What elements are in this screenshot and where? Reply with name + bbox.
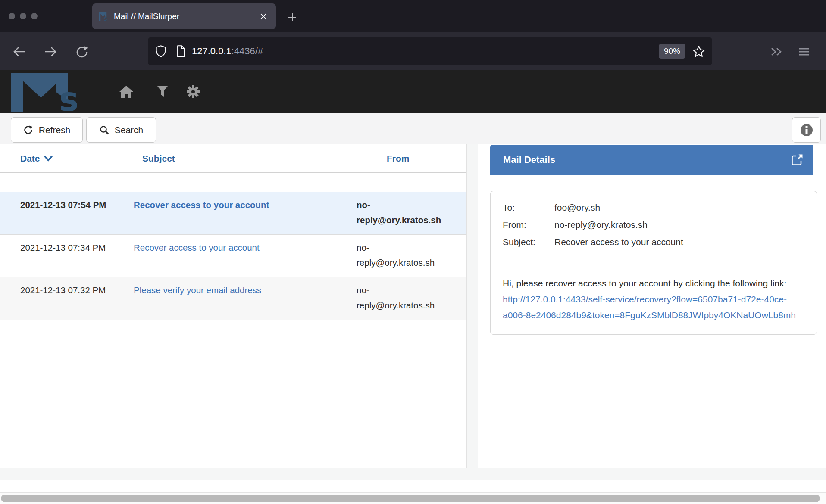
info-button[interactable] [792,117,821,143]
refresh-icon [23,125,34,135]
hamburger-menu-icon[interactable] [797,45,811,58]
mail-row[interactable]: 2021-12-13 07:32 PM Please verify your e… [0,277,466,320]
to-label: To: [503,199,554,216]
from-label: From: [503,216,554,233]
mail-row-selected[interactable]: 2021-12-13 07:54 PM Recover access to yo… [0,192,466,234]
zoom-level-badge[interactable]: 90% [659,44,685,59]
from-value: no-reply@ory.kratos.sh [554,216,804,233]
new-tab-button[interactable] [285,9,300,25]
mail-details-card: To: foo@ory.sh From: no-reply@ory.kratos… [490,191,817,335]
bookmark-star-icon[interactable] [692,45,705,58]
window-control-dot[interactable] [31,13,38,19]
mail-details-title: Mail Details [503,154,555,165]
horizontal-scrollbar[interactable] [0,492,826,504]
shield-icon[interactable] [155,45,167,58]
refresh-button[interactable]: Refresh [11,117,83,143]
mail-row-date: 2021-12-13 07:32 PM [20,283,134,314]
subject-label: Subject: [503,233,554,251]
tab-close-icon[interactable] [257,10,270,23]
url-bar[interactable]: 127.0.0.1:4436/# 90% [148,37,712,65]
column-header-date[interactable]: Date [20,153,134,164]
home-icon[interactable] [114,70,138,113]
filter-funnel-icon[interactable] [150,70,175,113]
gear-icon[interactable] [181,70,205,113]
mail-row-date: 2021-12-13 07:34 PM [20,240,134,272]
document-icon[interactable] [175,45,186,58]
svg-text:s: s [103,15,107,22]
mail-row-subject-link[interactable]: Recover access to your account [134,243,260,252]
mail-list-header-row: Date Subject From [0,144,466,173]
column-header-date-label: Date [20,153,40,164]
column-header-subject[interactable]: Subject [134,153,357,164]
app-toolbar: Refresh Search [0,113,826,144]
refresh-button-label: Refresh [39,125,71,135]
search-button[interactable]: Search [86,117,156,143]
forward-arrow-icon[interactable] [43,45,58,58]
recovery-link[interactable]: http://127.0.0.1:4433/self-service/recov… [503,294,796,320]
mailslurper-logo: s [11,73,95,112]
bottom-spacer [0,480,826,492]
mail-body-text: Hi, please recover access to your accoun… [503,278,786,288]
mail-body: Hi, please recover access to your accoun… [503,275,804,323]
divider [503,262,804,262]
mail-details-header: Mail Details [490,145,813,175]
window-control-dot[interactable] [9,13,15,19]
reload-icon[interactable] [75,45,90,58]
column-header-from[interactable]: From [357,153,466,164]
overflow-chevrons-icon[interactable] [768,45,784,58]
tab-title: Mail // MailSlurper [114,12,257,21]
url-text: 127.0.0.1:4436/# [192,46,659,57]
sort-chevron-down-icon [44,156,53,162]
mail-row-date: 2021-12-13 07:54 PM [20,197,134,229]
search-icon [99,125,110,135]
back-arrow-icon[interactable] [12,45,27,58]
info-icon [800,123,813,137]
mail-row-from: no-reply@ory.kratos.sh [357,197,438,227]
url-port-path: :4436/# [232,46,263,56]
mail-rows: 2021-12-13 07:54 PM Recover access to yo… [0,192,466,320]
subject-value: Recover access to your account [554,233,804,251]
mail-row-subject-link[interactable]: Recover access to your account [134,200,269,210]
mail-details-fields: To: foo@ory.sh From: no-reply@ory.kratos… [503,199,804,251]
browser-navbar: 127.0.0.1:4436/# 90% [0,32,826,70]
mail-details-panel: Mail Details To: foo@ory.sh From: no-rep… [478,144,826,468]
mail-row-from: no-reply@ory.kratos.sh [357,283,438,313]
horizontal-scrollbar-thumb[interactable] [1,495,820,502]
window-control-dot[interactable] [20,13,26,19]
external-link-icon[interactable] [790,153,804,167]
window-controls[interactable] [9,13,38,19]
tab-favicon-mailslurper-icon: s [98,11,109,22]
page-content: Date Subject From 2021-12-13 07:54 PM Re… [0,144,826,504]
url-host: 127.0.0.1 [192,46,232,56]
browser-tab[interactable]: s Mail // MailSlurper [92,3,276,29]
mail-row-from: no-reply@ory.kratos.sh [357,240,438,270]
svg-text:s: s [59,80,78,112]
app-header: s [0,70,826,113]
mail-list-panel: Date Subject From 2021-12-13 07:54 PM Re… [0,144,467,468]
mail-row-subject-link[interactable]: Please verify your email address [134,285,261,295]
mail-row[interactable]: 2021-12-13 07:34 PM Recover access to yo… [0,234,466,277]
browser-tab-bar: s Mail // MailSlurper [0,0,826,32]
search-button-label: Search [115,125,144,135]
to-value: foo@ory.sh [554,199,804,216]
